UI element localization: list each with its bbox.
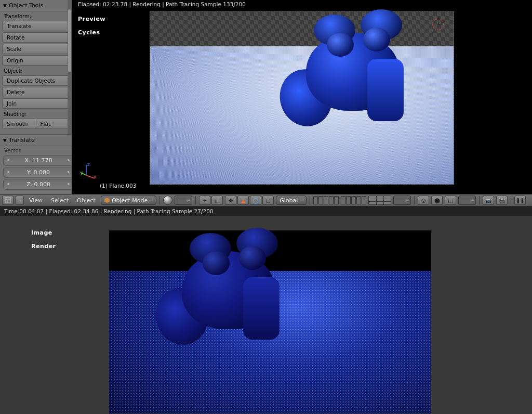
suzanne-mesh [285,12,431,126]
active-object-name: (1) Plane.003 [100,183,136,189]
lock-camera-button[interactable]: ◎ [418,196,429,205]
layer-buttons-b[interactable] [341,196,366,204]
object-tools-title: Object Tools [9,2,43,9]
object-section-label: Object: [0,66,72,75]
pivot-manip-button[interactable]: ⬚ [211,196,223,205]
pivot-buttons: ✦ ⬚ [199,196,223,205]
pivot-median-button[interactable]: ✦ [199,196,210,205]
duplicate-button[interactable]: Duplicate Objects [2,75,70,86]
manip-scale-button[interactable]: ▢ [262,196,274,205]
collapse-menus-button[interactable]: – [16,196,24,205]
image-render-status: Time:00:04.07 | Elapsed: 02:34.86 | Rend… [0,206,532,216]
manip-toggle-button[interactable]: ✥ [225,196,236,205]
axis-gizmo: z y x [81,163,98,179]
manip-rotate-button[interactable]: ◯ [250,196,261,205]
manip-translate-button[interactable]: ▲ [237,196,249,205]
menu-view[interactable]: View [26,197,46,204]
viewport-render-status: Elapsed: 02:23.78 | Rendering | Path Tra… [78,1,246,7]
shading-mode-select[interactable] [175,196,192,205]
toolshelf-scrollbar[interactable] [68,0,72,134]
chevron-down-icon: ▼ [3,138,7,143]
object-tools-header[interactable]: ▼ Object Tools [0,0,72,11]
transform-section-label: Transform: [0,11,72,20]
svg-rect-3 [5,198,10,203]
cube-icon [104,198,110,203]
snap-type-button[interactable]: ⬚ [445,196,456,205]
mode-select[interactable]: Object Mode [101,196,156,205]
tool-shelf: ▼ Object Tools Transform: Translate Rota… [0,0,72,194]
layers-dropdown[interactable] [393,196,411,205]
render-result [109,230,431,413]
snap-target-select[interactable] [458,196,476,205]
overlay-image-label: Image Render [31,226,56,253]
join-button[interactable]: Join [2,98,70,109]
editor-type-button[interactable] [2,196,14,205]
vector-label: Vector [0,146,77,154]
render-anim-button[interactable]: 🎬 [496,196,508,205]
image-area[interactable]: Image Render [0,216,532,414]
viewport-header: – View Select Object Object Mode ✦ ⬚ ✥ ▲… [0,194,532,206]
orientation-select[interactable]: Global [276,196,307,205]
shade-smooth-button[interactable]: Smooth [2,119,36,129]
vector-x-field[interactable]: ◂X: 11.778▸ [3,155,74,166]
overlay-preview-label: Preview Cycles [78,12,105,40]
render-image-button[interactable]: 📷 [483,196,494,205]
3d-cursor-icon [432,19,444,30]
vector-y-field[interactable]: ◂Y: 0.000▸ [3,167,74,178]
suzanne-mesh [161,230,312,350]
3d-viewport[interactable]: Elapsed: 02:23.78 | Rendering | Path Tra… [72,0,532,194]
shade-flat-button[interactable]: Flat [36,119,70,129]
layer-buttons-a[interactable] [313,196,339,204]
pause-preview-button[interactable]: ❚❚ [514,196,526,205]
layer-grid-icon[interactable] [368,196,391,205]
menu-select[interactable]: Select [48,197,72,204]
translate-button[interactable]: Translate [2,21,70,31]
image-editor: Time:00:04.07 | Elapsed: 02:34.86 | Rend… [0,206,532,414]
vector-z-field[interactable]: ◂Z: 0.000▸ [3,179,74,190]
shading-preview-sphere-icon[interactable] [163,196,172,205]
operator-panel: ▼ Translate Vector ◂X: 11.778▸ ◂Y: 0.000… [0,134,77,191]
chevron-down-icon: ▼ [3,3,7,8]
manipulator-buttons: ✥ ▲ ◯ ▢ [225,196,274,205]
rotate-button[interactable]: Rotate [2,32,70,43]
snap-button[interactable]: ⬤ [431,196,443,205]
translate-panel-header[interactable]: ▼ Translate [0,135,77,146]
delete-button[interactable]: Delete [2,87,70,97]
translate-panel-title: Translate [9,137,35,144]
origin-button[interactable]: Origin [2,55,70,66]
scale-button[interactable]: Scale [2,44,70,54]
menu-object[interactable]: Object [74,197,99,204]
shading-section-label: Shading: [0,109,72,118]
render-border [150,11,454,185]
